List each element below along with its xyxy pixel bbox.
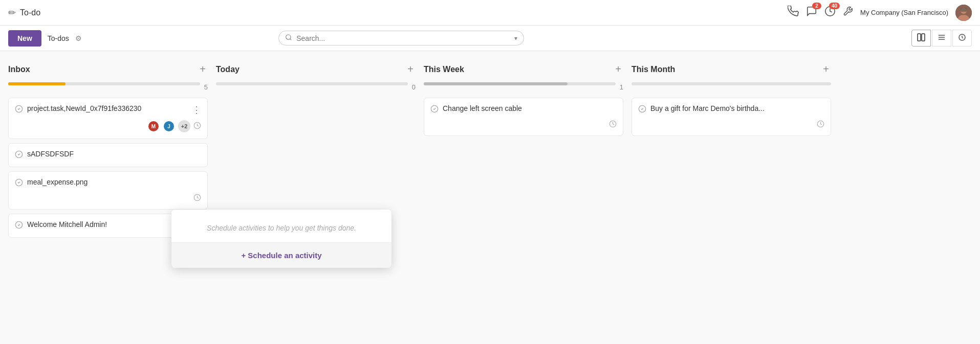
card-clock-3[interactable] [193,194,201,203]
inbox-count: 5 [204,83,208,91]
col-add-today[interactable]: + [407,63,413,75]
week-count: 1 [620,83,623,91]
search-icon [285,34,292,42]
avatar-image [955,5,972,21]
activity-nav-icon[interactable]: 40 [824,6,836,19]
kanban-view-button[interactable] [911,30,931,47]
list-view-button[interactable] [932,30,951,47]
kanban-col-today: Today + 0 [216,59,416,336]
inbox-progress-fill [8,82,66,85]
card-clock-1[interactable] [193,122,201,131]
new-button[interactable]: New [8,30,41,47]
col-header-month: This Month + [631,59,831,79]
phone-nav-icon[interactable] [788,6,799,19]
card-title-1: project.task,NewId_0x7f91fe336230 [15,104,201,115]
col-title-inbox: Inbox [8,65,30,74]
company-name[interactable]: My Company (San Francisco) [860,9,948,16]
top-nav: ✏ To-do 2 40 [0,0,980,26]
check-icon-2 [15,150,23,160]
today-progress-bar [216,82,408,85]
month-progress-bar [631,82,831,85]
view-toggle-group [911,30,972,47]
check-icon-month-1 [638,105,646,115]
check-icon-1 [15,105,23,115]
card-footer-week-1 [430,120,617,129]
check-icon-4 [15,221,23,231]
kanban-col-inbox: Inbox + 5 project.task,NewId_0x7f91fe336… [8,59,208,336]
week-progress-fill [424,82,568,85]
col-header-week: This Week + [424,59,623,79]
phone-icon [788,6,799,19]
svg-line-6 [290,39,292,40]
kanban-card-week-1[interactable]: Change left screen cable [424,98,623,136]
chat-nav-icon[interactable]: 2 [806,6,817,19]
toolbar: New To-dos ⚙ ▾ [0,26,980,51]
col-header-inbox: Inbox + [8,59,208,79]
card-footer-3 [15,194,201,203]
svg-point-5 [286,35,291,39]
kanban-board: Inbox + 5 project.task,NewId_0x7f91fe336… [0,51,980,344]
nav-actions: 2 40 My Company (San Francisco) [788,5,972,21]
svg-rect-7 [918,34,921,41]
card-footer-1: M J +2 [15,120,201,132]
clock-view-button[interactable] [952,30,972,47]
activity-badge: 40 [829,3,840,9]
svg-rect-4 [961,8,967,12]
card-avatar-1: M [147,120,160,132]
col-add-week[interactable]: + [615,63,621,75]
search-bar: ▾ [278,31,524,45]
card-avatar-2: J [163,120,175,132]
col-title-today: Today [216,65,239,74]
chat-badge: 2 [812,3,821,9]
inbox-progress-bar [8,82,200,85]
check-icon-3 [15,178,23,189]
wrench-icon [843,6,853,19]
activity-popup: Schedule activities to help you get thin… [171,210,391,268]
col-title-week: This Week [424,65,464,74]
search-dropdown-arrow[interactable]: ▾ [514,35,517,42]
card-menu-1[interactable]: ⋮ [192,104,201,116]
card-clock-week-1[interactable] [609,120,617,129]
card-title-week-1: Change left screen cable [430,104,617,115]
kanban-card-month-1[interactable]: Buy a gift for Marc Demo's birthda... [631,98,831,136]
tools-nav-icon[interactable] [843,6,853,19]
app-branding: ✏ To-do [8,7,40,18]
col-add-month[interactable]: + [823,63,829,75]
card-footer-month-1 [638,120,824,129]
user-avatar[interactable] [955,5,972,21]
card-clock-month-1[interactable] [817,120,824,129]
col-header-today: Today + [216,59,416,79]
kanban-card-1[interactable]: project.task,NewId_0x7f91fe336230 ⋮ M J … [8,98,208,139]
col-title-month: This Month [631,65,675,74]
search-input[interactable] [296,34,510,42]
check-icon-week-1 [430,105,439,115]
toolbar-title: To-dos [48,34,69,42]
card-plus-badge-1: +2 [178,120,190,132]
kanban-col-week: This Week + 1 Change left screen cable [424,59,623,336]
popup-message: Schedule activities to help you get thin… [171,210,391,242]
week-progress-bar [424,82,616,85]
card-title-month-1: Buy a gift for Marc Demo's birthda... [638,104,824,115]
settings-icon[interactable]: ⚙ [75,34,82,42]
card-title-3: meal_expense.png [15,178,201,189]
card-title-2: sADFSDFSDF [15,150,201,160]
kanban-card-2[interactable]: sADFSDFSDF [8,143,208,167]
today-count: 0 [412,83,416,91]
schedule-activity-button[interactable]: + Schedule an activity [171,242,391,268]
kanban-card-3[interactable]: meal_expense.png [8,171,208,210]
col-add-inbox[interactable]: + [200,63,206,75]
app-title: To-do [20,8,40,17]
popup-action-label: + Schedule an activity [241,251,321,260]
svg-rect-8 [922,34,925,41]
app-icon: ✏ [8,7,16,18]
kanban-col-month: This Month + Buy a gift for Marc Demo's … [631,59,831,336]
